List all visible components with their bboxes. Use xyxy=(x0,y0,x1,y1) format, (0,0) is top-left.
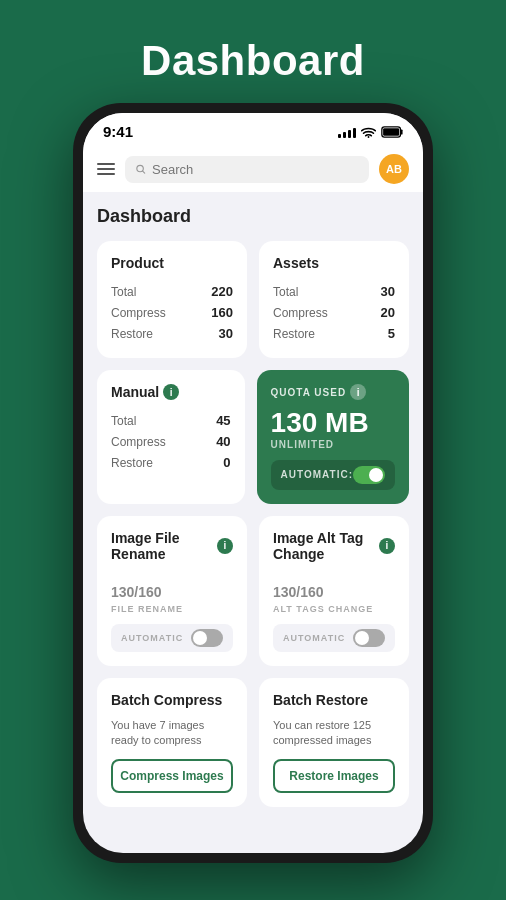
assets-restore-label: Restore xyxy=(273,327,315,341)
assets-card: Assets Total 30 Compress 20 Restore 5 xyxy=(259,241,409,358)
file-rename-card: Image File Rename i 130/160 FILE RENAME … xyxy=(97,516,247,666)
rename-info-icon[interactable]: i xyxy=(217,538,233,554)
restore-images-button[interactable]: Restore Images xyxy=(273,759,395,793)
product-restore-label: Restore xyxy=(111,327,153,341)
product-card: Product Total 220 Compress 160 Restore xyxy=(97,241,247,358)
search-icon xyxy=(135,163,146,175)
manual-total-label: Total xyxy=(111,414,136,428)
product-compress-row: Compress 160 xyxy=(111,302,233,323)
stats-row-1: Product Total 220 Compress 160 Restore xyxy=(97,241,409,358)
quota-size: 130 MB xyxy=(271,408,395,439)
battery-icon xyxy=(381,126,403,138)
manual-card-title: Manual i xyxy=(111,384,231,400)
quota-unlimited: UNLIMITED xyxy=(271,439,395,450)
batch-compress-title: Batch Compress xyxy=(111,692,233,708)
phone-frame: 9:41 xyxy=(73,103,433,863)
assets-total-label: Total xyxy=(273,285,298,299)
assets-restore-row: Restore 5 xyxy=(273,323,395,344)
manual-card: Manual i Total 45 Compress 40 Restore xyxy=(97,370,245,504)
rename-sub-label: FILE RENAME xyxy=(111,604,233,614)
rename-auto-toggle[interactable] xyxy=(191,629,223,647)
manual-compress-label: Compress xyxy=(111,435,166,449)
assets-restore-value: 5 xyxy=(388,326,395,341)
product-compress-value: 160 xyxy=(211,305,233,320)
manual-restore-row: Restore 0 xyxy=(111,452,231,473)
quota-auto-row: AUTOMATIC: xyxy=(271,460,395,490)
svg-point-0 xyxy=(368,136,370,138)
assets-compress-row: Compress 20 xyxy=(273,302,395,323)
rename-row: Image File Rename i 130/160 FILE RENAME … xyxy=(97,516,409,666)
alt-tag-card: Image Alt Tag Change i 130/160 ALT TAGS … xyxy=(259,516,409,666)
manual-compress-value: 40 xyxy=(216,434,230,449)
status-bar: 9:41 xyxy=(83,113,423,146)
hamburger-menu[interactable] xyxy=(97,163,115,175)
batch-compress-desc: You have 7 images ready to compress xyxy=(111,718,233,749)
assets-compress-value: 20 xyxy=(381,305,395,320)
rename-big-number: 130/160 xyxy=(111,572,233,604)
quota-card: QUOTA USED i 130 MB UNLIMITED AUTOMATIC: xyxy=(257,370,409,504)
quota-auto-label: AUTOMATIC: xyxy=(281,469,353,480)
product-restore-row: Restore 30 xyxy=(111,323,233,344)
top-nav-bar: AB xyxy=(83,146,423,192)
svg-rect-3 xyxy=(383,128,399,136)
alt-tag-auto-row: AUTOMATIC xyxy=(273,624,395,652)
rename-card-title: Image File Rename i xyxy=(111,530,233,562)
alt-tag-auto-toggle[interactable] xyxy=(353,629,385,647)
rename-auto-label: AUTOMATIC xyxy=(121,633,183,643)
wifi-icon xyxy=(361,126,376,138)
product-card-title: Product xyxy=(111,255,233,271)
quota-header: QUOTA USED i xyxy=(271,384,395,400)
page-title: Dashboard xyxy=(97,206,409,227)
alt-tag-sub-label: ALT TAGS CHANGE xyxy=(273,604,395,614)
quota-auto-toggle[interactable] xyxy=(353,466,385,484)
avatar[interactable]: AB xyxy=(379,154,409,184)
alt-tag-auto-label: AUTOMATIC xyxy=(283,633,345,643)
product-compress-label: Compress xyxy=(111,306,166,320)
batch-restore-card: Batch Restore You can restore 125 compre… xyxy=(259,678,409,807)
product-total-row: Total 220 xyxy=(111,281,233,302)
manual-restore-label: Restore xyxy=(111,456,153,470)
batch-compress-card: Batch Compress You have 7 images ready t… xyxy=(97,678,247,807)
stats-row-2: Manual i Total 45 Compress 40 Restore xyxy=(97,370,409,504)
alt-tag-info-icon[interactable]: i xyxy=(379,538,395,554)
product-total-label: Total xyxy=(111,285,136,299)
manual-compress-row: Compress 40 xyxy=(111,431,231,452)
product-total-value: 220 xyxy=(211,284,233,299)
search-box[interactable] xyxy=(125,156,369,183)
assets-total-value: 30 xyxy=(381,284,395,299)
phone-screen: 9:41 xyxy=(83,113,423,853)
batch-restore-title: Batch Restore xyxy=(273,692,395,708)
alt-tag-big-number: 130/160 xyxy=(273,572,395,604)
manual-info-icon[interactable]: i xyxy=(163,384,179,400)
rename-auto-row: AUTOMATIC xyxy=(111,624,233,652)
svg-rect-2 xyxy=(400,129,402,134)
status-time: 9:41 xyxy=(103,123,133,140)
search-input[interactable] xyxy=(152,162,359,177)
manual-restore-value: 0 xyxy=(223,455,230,470)
compress-images-button[interactable]: Compress Images xyxy=(111,759,233,793)
manual-total-row: Total 45 xyxy=(111,410,231,431)
page-big-title: Dashboard xyxy=(141,37,365,85)
assets-compress-label: Compress xyxy=(273,306,328,320)
assets-total-row: Total 30 xyxy=(273,281,395,302)
product-restore-value: 30 xyxy=(219,326,233,341)
batch-row: Batch Compress You have 7 images ready t… xyxy=(97,678,409,807)
batch-restore-desc: You can restore 125 compressed images xyxy=(273,718,395,749)
alt-tag-card-title: Image Alt Tag Change i xyxy=(273,530,395,562)
quota-label: QUOTA USED xyxy=(271,387,347,398)
manual-total-value: 45 xyxy=(216,413,230,428)
main-content: Dashboard Product Total 220 Compress xyxy=(83,192,423,853)
signal-icon xyxy=(338,126,356,138)
assets-card-title: Assets xyxy=(273,255,395,271)
status-icons xyxy=(338,126,403,138)
quota-info-icon[interactable]: i xyxy=(350,384,366,400)
